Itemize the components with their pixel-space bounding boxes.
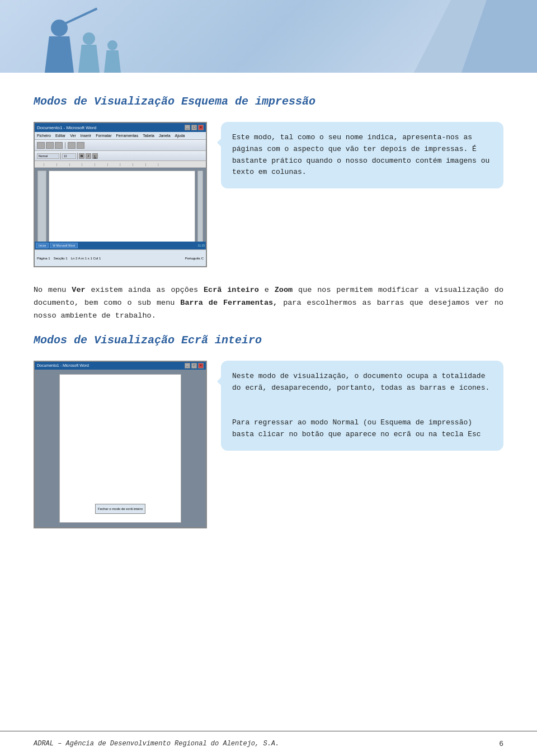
status-language: Português C (185, 257, 204, 260)
menu-tabela[interactable]: Tabela (143, 134, 154, 138)
footer-page: 6 (499, 740, 503, 748)
toolbar-separator-1 (65, 142, 65, 149)
taskbar-word-btn[interactable]: W Microsoft Word (50, 243, 78, 248)
menu-ajuda[interactable]: Ajuda (175, 134, 185, 138)
status-position: Ln 2 A m 1 x 1 Col 1 (71, 257, 101, 260)
figure-large-body (45, 36, 74, 73)
word-titlebar: Documento1 - Microsoft Word _ □ × (35, 123, 206, 132)
bold-ecra: Ecrã inteiro (204, 286, 259, 294)
figure-small-head (107, 40, 117, 50)
font-size-selector[interactable]: 12 (62, 153, 76, 159)
body-paragraph: No menu Ver existem ainda as opções Ecrã… (34, 284, 503, 323)
menu-janela[interactable]: Janela (159, 134, 171, 138)
callout1-text: Este modo, tal como o seu nome indica, a… (232, 133, 489, 176)
titlebar2-close: × (198, 363, 204, 368)
word-page-canvas (49, 171, 195, 245)
fullscreen-btn-text: Fechar o modo de ecrã inteiro (98, 507, 143, 511)
word-taskbar: Iniciar W Microsoft Word 11:15 (35, 242, 206, 249)
section1-row: Documento1 - Microsoft Word _ □ × Fichei… (34, 122, 503, 267)
callout2-text1: Neste modo de visualização, o documento … (232, 372, 489, 392)
titlebar-text-2: Documento1 - Microsoft Word (37, 363, 183, 367)
titlebar2-max: □ (191, 363, 197, 368)
titlebar-minimize: _ (185, 125, 190, 130)
bold-barra: Barra de Ferramentas, (180, 299, 277, 307)
word-screenshot-1: Documento1 - Microsoft Word _ □ × Fichei… (34, 122, 207, 267)
toolbar2-separator (60, 153, 61, 159)
header-illustration (0, 0, 537, 73)
word-ruler: | | | | | | | | | | (35, 161, 206, 168)
main-content: Modos de Visualização Esquema de impress… (0, 73, 537, 562)
taskbar-iniciar[interactable]: Iniciar (36, 243, 49, 248)
fullscreen-page: Fechar o modo de ecrã inteiro (59, 374, 181, 523)
menu-ver[interactable]: Ver (70, 134, 76, 138)
word-screenshot-2: Documento1 - Microsoft Word _ □ × Fechar… (34, 361, 207, 528)
taskbar-time: 11:15 (197, 244, 205, 247)
titlebar2-min: _ (185, 363, 190, 368)
toolbar-btn-1[interactable] (37, 142, 45, 149)
figure-medium-body (78, 45, 100, 73)
toolbar-btn-4[interactable] (68, 142, 76, 149)
titlebar-close: × (198, 125, 204, 130)
toolbar-btn-5[interactable] (77, 142, 84, 149)
word-titlebar-2: Documento1 - Microsoft Word _ □ × (35, 362, 206, 370)
word-toolbar-1 (35, 140, 206, 151)
section1-title: Modos de Visualização Esquema de impress… (34, 95, 503, 108)
word-left-sidebar (37, 171, 46, 245)
section1-callout: Este modo, tal como o seu nome indica, a… (221, 122, 503, 188)
footer: ADRAL – Agência de Desenvolvimento Regio… (0, 731, 537, 756)
font-selector[interactable]: Normal (37, 153, 59, 159)
menu-formatar[interactable]: Formatar (96, 134, 111, 138)
menu-ficheiro[interactable]: Ficheiro (37, 134, 51, 138)
underline-btn[interactable]: U (92, 153, 98, 159)
status-section: Secção 1 (54, 257, 68, 260)
bold-ver: Ver (72, 286, 85, 294)
toolbar2-separator-2 (77, 153, 78, 159)
section2-callout: Neste modo de visualização, o documento … (221, 361, 503, 451)
figure-small-body (104, 50, 121, 73)
section2-title: Modos de Visualização Ecrã inteiro (34, 334, 503, 347)
toolbar-btn-2[interactable] (46, 142, 54, 149)
word-statusbar: Página 1 Secção 1 Ln 2 A m 1 x 1 Col 1 P… (35, 249, 206, 266)
word-toolbar-2: Normal 12 B I U (35, 151, 206, 161)
section2-row: Documento1 - Microsoft Word _ □ × Fechar… (34, 361, 503, 528)
callout2-text2: Para regressar ao modo Normal (ou Esquem… (232, 418, 481, 438)
ruler-marks: | | | | | | | | | | (44, 163, 164, 166)
word-menubar: Ficheiro Editar Ver Inserir Formatar Fer… (35, 132, 206, 140)
callout-separator (232, 399, 492, 400)
bold-zoom: Zoom (275, 286, 293, 294)
menu-inserir[interactable]: Inserir (81, 134, 91, 138)
fullscreen-close-btn[interactable]: Fechar o modo de ecrã inteiro (95, 504, 145, 514)
menu-ferramentas[interactable]: Ferramentas (116, 134, 139, 138)
titlebar-text: Documento1 - Microsoft Word (37, 125, 183, 130)
menu-editar[interactable]: Editar (55, 134, 65, 138)
toolbar-btn-3[interactable] (55, 142, 63, 149)
italic-btn[interactable]: I (86, 153, 91, 159)
footer-text: ADRAL – Agência de Desenvolvimento Regio… (34, 740, 279, 748)
status-page: Página 1 (37, 257, 50, 260)
fullscreen-area: Fechar o modo de ecrã inteiro (35, 370, 206, 527)
word-page-area (35, 168, 206, 248)
word-scrollbar[interactable] (197, 171, 203, 245)
figure-medium-head (83, 32, 95, 45)
titlebar-maximize: □ (191, 125, 197, 130)
bold-btn[interactable]: B (79, 153, 84, 159)
